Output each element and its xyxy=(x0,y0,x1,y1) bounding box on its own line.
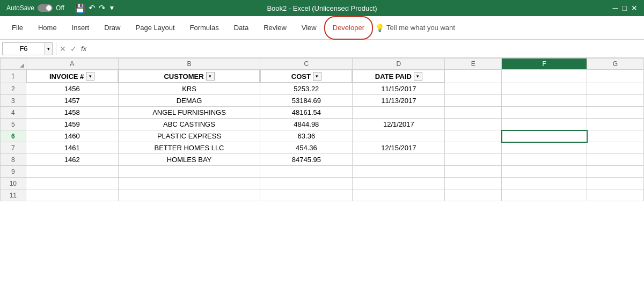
customer-filter-btn[interactable]: ▾ xyxy=(206,72,215,81)
cell-D3[interactable]: 11/13/2017 xyxy=(353,95,445,107)
cell-B11[interactable] xyxy=(118,189,260,201)
tab-page-layout[interactable]: Page Layout xyxy=(128,16,182,40)
header-date-paid[interactable]: DATE PAID ▾ xyxy=(353,70,445,83)
formula-confirm-icon[interactable]: ✓ xyxy=(70,45,77,53)
cell-G10[interactable] xyxy=(587,178,644,189)
cell-B9[interactable] xyxy=(118,166,260,178)
col-header-B[interactable]: B xyxy=(118,58,260,70)
cell-D8[interactable] xyxy=(353,154,445,166)
cell-A8[interactable]: 1462 xyxy=(26,154,118,166)
col-header-G[interactable]: G xyxy=(587,58,644,70)
customize-icon[interactable]: ▼ xyxy=(109,4,115,12)
cell-F9[interactable] xyxy=(502,166,587,178)
cell-G4[interactable] xyxy=(587,107,644,119)
cell-C9[interactable] xyxy=(260,166,353,178)
col-header-E[interactable]: E xyxy=(445,58,502,70)
cell-F4[interactable] xyxy=(502,107,587,119)
cell-B7[interactable]: BETTER HOMES LLC xyxy=(118,142,260,154)
tab-draw[interactable]: Draw xyxy=(97,16,128,40)
tab-developer[interactable]: Developer xyxy=(324,16,373,40)
cell-G3[interactable] xyxy=(587,95,644,107)
cell-C7[interactable]: 454.36 xyxy=(260,142,353,154)
cell-B3[interactable]: DEMAG xyxy=(118,95,260,107)
cell-C6[interactable]: 63.36 xyxy=(260,130,353,142)
cell-E3[interactable] xyxy=(445,95,502,107)
cell-F1[interactable] xyxy=(502,70,587,83)
cell-E7[interactable] xyxy=(445,142,502,154)
header-invoice[interactable]: INVOICE # ▾ xyxy=(26,70,118,83)
cell-A9[interactable] xyxy=(26,166,118,178)
cell-A5[interactable]: 1459 xyxy=(26,119,118,130)
cell-C10[interactable] xyxy=(260,178,353,189)
cell-B5[interactable]: ABC CASTINGS xyxy=(118,119,260,130)
cell-F11[interactable] xyxy=(502,189,587,201)
cell-G6[interactable] xyxy=(587,130,644,142)
invoice-filter-btn[interactable]: ▾ xyxy=(86,72,94,81)
redo-icon[interactable]: ↷ xyxy=(99,3,106,13)
tab-file[interactable]: File xyxy=(4,16,31,40)
tab-formulas[interactable]: Formulas xyxy=(182,16,226,40)
close-icon[interactable]: ✕ xyxy=(631,4,638,12)
date-paid-filter-btn[interactable]: ▾ xyxy=(414,72,422,81)
cell-E8[interactable] xyxy=(445,154,502,166)
tab-data[interactable]: Data xyxy=(226,16,256,40)
cell-E4[interactable] xyxy=(445,107,502,119)
cell-D5[interactable]: 12/1/2017 xyxy=(353,119,445,130)
cell-C4[interactable]: 48161.54 xyxy=(260,107,353,119)
cell-B2[interactable]: KRS xyxy=(118,83,260,95)
cell-C11[interactable] xyxy=(260,189,353,201)
undo-icon[interactable]: ↶ xyxy=(89,3,96,13)
cell-A4[interactable]: 1458 xyxy=(26,107,118,119)
tab-home[interactable]: Home xyxy=(31,16,64,40)
name-box[interactable]: F6 xyxy=(2,42,45,55)
header-cost[interactable]: COST ▾ xyxy=(260,70,353,83)
tab-insert[interactable]: Insert xyxy=(64,16,97,40)
tell-me-input[interactable]: 💡 Tell me what you want xyxy=(375,24,455,32)
cell-D9[interactable] xyxy=(353,166,445,178)
col-header-F[interactable]: F xyxy=(502,58,587,70)
cell-E2[interactable] xyxy=(445,83,502,95)
cell-B6[interactable]: PLASTIC EXPRESS xyxy=(118,130,260,142)
formula-fx-icon[interactable]: fx xyxy=(81,45,86,53)
cell-D10[interactable] xyxy=(353,178,445,189)
cost-filter-btn[interactable]: ▾ xyxy=(313,72,321,81)
cell-E11[interactable] xyxy=(445,189,502,201)
col-header-C[interactable]: C xyxy=(260,58,353,70)
cell-E9[interactable] xyxy=(445,166,502,178)
cell-A10[interactable] xyxy=(26,178,118,189)
select-all-button[interactable] xyxy=(1,58,26,70)
cell-D6[interactable] xyxy=(353,130,445,142)
cell-D11[interactable] xyxy=(353,189,445,201)
cell-E1[interactable] xyxy=(445,70,502,83)
cell-C5[interactable]: 4844.98 xyxy=(260,119,353,130)
cell-D7[interactable]: 12/15/2017 xyxy=(353,142,445,154)
minimize-icon[interactable]: ─ xyxy=(613,4,618,12)
col-header-D[interactable]: D xyxy=(353,58,445,70)
cell-F3[interactable] xyxy=(502,95,587,107)
cell-E5[interactable] xyxy=(445,119,502,130)
cell-C2[interactable]: 5253.22 xyxy=(260,83,353,95)
tab-review[interactable]: Review xyxy=(256,16,294,40)
name-box-dropdown[interactable]: ▾ xyxy=(45,42,53,55)
cell-G11[interactable] xyxy=(587,189,644,201)
cell-B8[interactable]: HOMLES BAY xyxy=(118,154,260,166)
save-icon[interactable]: 💾 xyxy=(75,3,85,13)
cell-B10[interactable] xyxy=(118,178,260,189)
cell-A11[interactable] xyxy=(26,189,118,201)
cell-F2[interactable] xyxy=(502,83,587,95)
formula-input[interactable] xyxy=(86,40,642,57)
cell-G9[interactable] xyxy=(587,166,644,178)
cell-B4[interactable]: ANGEL FURNISHINGS xyxy=(118,107,260,119)
cell-C3[interactable]: 53184.69 xyxy=(260,95,353,107)
col-header-A[interactable]: A xyxy=(26,58,118,70)
cell-D2[interactable]: 11/15/2017 xyxy=(353,83,445,95)
cell-D4[interactable] xyxy=(353,107,445,119)
autosave-toggle[interactable] xyxy=(38,4,53,12)
cell-A3[interactable]: 1457 xyxy=(26,95,118,107)
cell-C8[interactable]: 84745.95 xyxy=(260,154,353,166)
cell-F7[interactable] xyxy=(502,142,587,154)
cell-A6[interactable]: 1460 xyxy=(26,130,118,142)
cell-E6[interactable] xyxy=(445,130,502,142)
cell-G2[interactable] xyxy=(587,83,644,95)
cell-E10[interactable] xyxy=(445,178,502,189)
